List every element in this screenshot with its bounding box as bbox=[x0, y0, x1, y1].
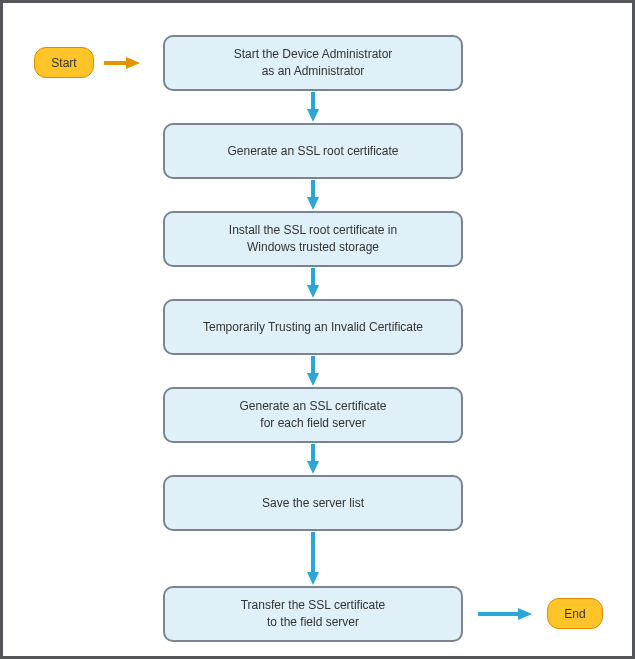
svg-marker-13 bbox=[307, 572, 319, 585]
svg-marker-5 bbox=[307, 197, 319, 210]
step-generate-root-cert: Generate an SSL root certificate bbox=[163, 123, 463, 179]
svg-marker-9 bbox=[307, 373, 319, 386]
arrow-down-icon bbox=[307, 532, 319, 585]
step-label: Start the Device Administrator as an Adm… bbox=[234, 46, 393, 80]
step-label: Install the SSL root certificate in Wind… bbox=[229, 222, 397, 256]
arrow-down-icon bbox=[307, 444, 319, 474]
arrow-start-icon bbox=[104, 57, 140, 69]
step-label: Generate an SSL root certificate bbox=[228, 143, 399, 160]
start-label: Start bbox=[51, 56, 76, 70]
step-transfer-cert: Transfer the SSL certificate to the fiel… bbox=[163, 586, 463, 642]
arrow-end-icon bbox=[478, 608, 532, 620]
arrow-down-icon bbox=[307, 92, 319, 122]
end-terminal: End bbox=[547, 598, 603, 629]
step-label: Temporarily Trusting an Invalid Certific… bbox=[203, 319, 423, 336]
arrow-down-icon bbox=[307, 180, 319, 210]
start-terminal: Start bbox=[34, 47, 94, 78]
svg-marker-11 bbox=[307, 461, 319, 474]
diagram-frame: Start Start the Device Administrator as … bbox=[0, 0, 635, 659]
svg-marker-15 bbox=[518, 608, 532, 620]
step-label: Save the server list bbox=[262, 495, 364, 512]
step-save-server-list: Save the server list bbox=[163, 475, 463, 531]
step-generate-server-cert: Generate an SSL certificate for each fie… bbox=[163, 387, 463, 443]
step-trust-invalid-cert: Temporarily Trusting an Invalid Certific… bbox=[163, 299, 463, 355]
svg-marker-1 bbox=[126, 57, 140, 69]
step-start-device-admin: Start the Device Administrator as an Adm… bbox=[163, 35, 463, 91]
step-label: Transfer the SSL certificate to the fiel… bbox=[241, 597, 386, 631]
step-install-root-cert: Install the SSL root certificate in Wind… bbox=[163, 211, 463, 267]
step-label: Generate an SSL certificate for each fie… bbox=[240, 398, 387, 432]
end-label: End bbox=[564, 607, 585, 621]
arrow-down-icon bbox=[307, 268, 319, 298]
svg-marker-7 bbox=[307, 285, 319, 298]
svg-marker-3 bbox=[307, 109, 319, 122]
arrow-down-icon bbox=[307, 356, 319, 386]
